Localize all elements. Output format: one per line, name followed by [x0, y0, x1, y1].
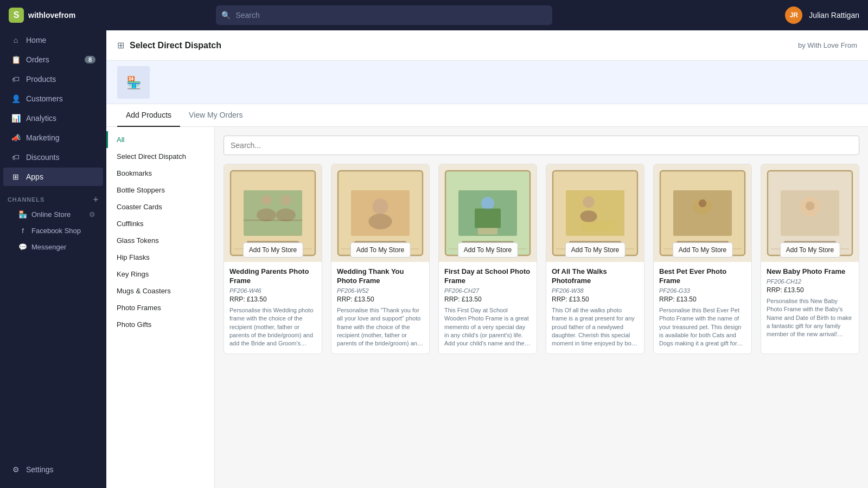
product-rrp: RRP: £13.50 [767, 286, 853, 294]
product-rrp: RRP: £13.50 [659, 296, 746, 303]
main-content: ⊞ Select Direct Dispatch by With Love Fr… [106, 30, 868, 488]
content-area: All Select Direct Dispatch Bookmarks Bot… [106, 127, 868, 488]
product-rrp: RRP: £13.50 [552, 296, 639, 303]
svg-point-20 [368, 214, 392, 229]
product-description: This First Day at School Wooden Photo Fr… [444, 306, 531, 348]
sidebar-item-facebook-shop[interactable]: f Facebook Shop [3, 223, 103, 238]
svg-rect-12 [244, 220, 302, 221]
product-description: Personalise this New Baby Photo Frame wi… [767, 297, 853, 339]
filter-panel: All Select Direct Dispatch Bookmarks Bot… [106, 127, 215, 488]
add-to-store-button[interactable]: Add To My Store [780, 242, 840, 258]
add-to-store-button[interactable]: Add To My Store [243, 242, 303, 258]
filter-select-direct-dispatch[interactable]: Select Direct Dispatch [106, 148, 214, 165]
product-description: Personalise this "Thank you for all your… [337, 306, 424, 348]
filter-all[interactable]: All [106, 131, 214, 148]
product-info: New Baby Photo Frame PF206-CH12 RRP: £13… [761, 262, 859, 354]
customers-icon: 👤 [11, 94, 21, 104]
sidebar-label-online-store: Online Store [31, 210, 71, 219]
search-input[interactable] [216, 5, 552, 25]
products-icon: 🏷 [11, 74, 21, 84]
messenger-icon: 💬 [18, 242, 27, 251]
add-to-store-button[interactable]: Add To My Store [458, 242, 518, 258]
sidebar-item-settings[interactable]: ⚙ Settings [3, 460, 103, 479]
sidebar-item-apps[interactable]: ⊞ Apps [3, 168, 103, 186]
sidebar-label-analytics: Analytics [26, 114, 56, 123]
app-header-left: ⊞ Select Direct Dispatch [117, 40, 221, 50]
brand-logo[interactable]: S withlovefrom [9, 8, 95, 23]
app-header: ⊞ Select Direct Dispatch by With Love Fr… [106, 30, 868, 61]
add-to-store-button[interactable]: Add To My Store [565, 242, 626, 258]
sidebar-item-orders[interactable]: 📋 Orders 8 [3, 50, 103, 69]
app-header-subtitle: by With Love From [798, 41, 857, 49]
product-rrp: RRP: £13.50 [444, 296, 531, 303]
svg-rect-29 [478, 228, 497, 235]
product-image-wrapper: Add To My Store [654, 164, 751, 262]
sidebar-item-discounts[interactable]: 🏷 Discounts [3, 148, 103, 166]
product-info: Best Pet Ever Photo Frame PF206-G33 RRP:… [654, 262, 751, 354]
sidebar-label-apps: Apps [26, 172, 43, 181]
product-search-input[interactable] [224, 136, 859, 155]
sidebar-item-customers[interactable]: 👤 Customers [3, 89, 103, 108]
product-card: Add To My Store Best Pet Ever Photo Fram… [653, 164, 752, 354]
app-title: Select Direct Dispatch [130, 41, 221, 50]
shopify-icon: S [9, 8, 24, 23]
products-grid: Add To My Store Wedding Parents Photo Fr… [224, 164, 859, 354]
sidebar-item-online-store[interactable]: 🏪 Online Store ⚙ [3, 207, 103, 222]
filter-mugs-coasters[interactable]: Mugs & Coasters [106, 282, 214, 299]
banner-area: 🏪 [106, 61, 868, 104]
svg-text:🏪: 🏪 [126, 75, 142, 90]
online-store-settings-icon[interactable]: ⚙ [89, 210, 95, 219]
product-card: Add To My Store New Baby Photo Frame PF2… [761, 164, 859, 354]
sidebar-item-marketing[interactable]: 📣 Marketing [3, 129, 103, 147]
svg-point-54 [806, 201, 815, 210]
search-bar: 🔍 [216, 5, 552, 25]
sidebar-label-marketing: Marketing [26, 133, 59, 142]
filter-photo-gifts[interactable]: Photo Gifts [106, 316, 214, 333]
sidebar-label-orders: Orders [26, 55, 49, 64]
sidebar-item-messenger[interactable]: 💬 Messenger [3, 239, 103, 254]
facebook-icon: f [18, 226, 27, 235]
svg-point-46 [699, 200, 706, 207]
filter-key-rings[interactable]: Key Rings [106, 266, 214, 282]
filter-photo-frames[interactable]: Photo Frames [106, 299, 214, 316]
analytics-icon: 📊 [11, 113, 21, 123]
product-info: Wedding Parents Photo Frame PF206-W46 RR… [224, 262, 322, 354]
add-to-store-button[interactable]: Add To My Store [350, 242, 411, 258]
add-to-store-button[interactable]: Add To My Store [673, 242, 733, 258]
filter-bottle-stoppers[interactable]: Bottle Stoppers [106, 182, 214, 198]
product-name: Wedding Thank You Photo Frame [337, 267, 424, 286]
banner-image: 🏪 [117, 66, 150, 99]
filter-cufflinks[interactable]: Cufflinks [106, 215, 214, 232]
svg-point-36 [583, 196, 595, 208]
avatar[interactable]: JR [785, 7, 802, 24]
product-sku: PF206-W52 [337, 287, 424, 294]
sidebar-label-products: Products [26, 75, 56, 84]
user-name: Julian Rattigan [809, 11, 859, 20]
product-description: This Of all the walks photo frame is a g… [552, 306, 639, 348]
add-channel-button[interactable]: + [93, 195, 99, 204]
filter-hip-flasks[interactable]: Hip Flasks [106, 249, 214, 266]
sidebar-item-home[interactable]: ⌂ Home [3, 31, 103, 49]
product-search-wrapper [224, 136, 859, 155]
filter-coaster-cards[interactable]: Coaster Cards [106, 198, 214, 215]
sidebar-item-products[interactable]: 🏷 Products [3, 70, 103, 88]
channels-label: CHANNELS [8, 196, 44, 203]
sidebar-label-settings: Settings [26, 465, 54, 474]
svg-rect-28 [475, 209, 501, 228]
tab-add-products[interactable]: Add Products [117, 104, 180, 127]
filter-glass-tokens[interactable]: Glass Tokens [106, 232, 214, 249]
filter-bookmarks[interactable]: Bookmarks [106, 165, 214, 182]
banner-logo-svg: 🏪 [117, 66, 150, 99]
tab-view-orders[interactable]: View My Orders [180, 104, 251, 127]
settings-icon: ⚙ [11, 465, 21, 474]
product-rrp: RRP: £13.50 [229, 296, 316, 303]
channels-section-header: CHANNELS + [0, 187, 106, 206]
sidebar-item-analytics[interactable]: 📊 Analytics [3, 109, 103, 127]
product-info: First Day at School Photo Frame PF206-CH… [439, 262, 537, 354]
discounts-icon: 🏷 [11, 152, 21, 162]
product-card: Add To My Store Wedding Thank You Photo … [331, 164, 430, 354]
svg-point-8 [261, 195, 271, 205]
product-sku: PF206-W38 [552, 287, 639, 294]
svg-point-37 [580, 210, 597, 222]
product-image-wrapper: Add To My Store [761, 164, 859, 262]
